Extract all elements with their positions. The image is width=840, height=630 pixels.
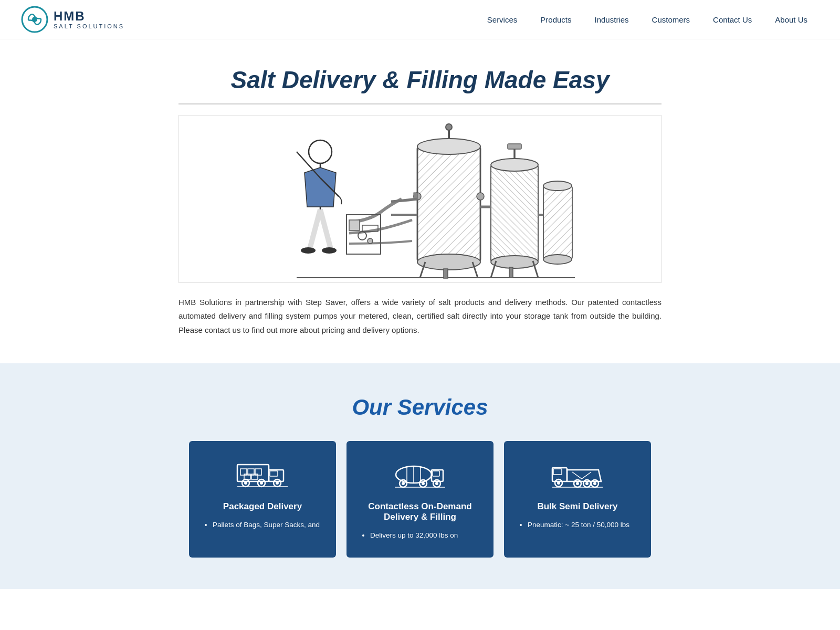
bulk-list-item-0: Pneumatic: ~ 25 ton / 50,000 lbs bbox=[528, 519, 638, 531]
main-nav: Services Products Industries Customers C… bbox=[476, 0, 819, 39]
contactless-delivery-icon bbox=[394, 459, 446, 491]
hero-section: Salt Delivery & Filling Made Easy bbox=[0, 39, 840, 363]
nav-products[interactable]: Products bbox=[529, 0, 583, 39]
svg-point-80 bbox=[593, 482, 596, 485]
svg-point-62 bbox=[402, 482, 405, 485]
svg-rect-38 bbox=[444, 269, 448, 278]
svg-point-34 bbox=[543, 255, 572, 264]
svg-point-78 bbox=[585, 482, 589, 485]
page-title: Salt Delivery & Filling Made Easy bbox=[178, 66, 662, 94]
nav-contact[interactable]: Contact Us bbox=[701, 0, 763, 39]
bulk-delivery-icon bbox=[551, 459, 604, 491]
svg-rect-60 bbox=[433, 471, 439, 476]
svg-rect-72 bbox=[553, 469, 562, 475]
logo-hmb: HMB bbox=[54, 9, 124, 23]
svg-rect-13 bbox=[349, 220, 360, 230]
svg-point-64 bbox=[422, 482, 425, 485]
svg-point-51 bbox=[276, 481, 279, 485]
contactless-list-item-0: Delivers up to 32,000 lbs on bbox=[370, 530, 480, 541]
hero-illustration bbox=[179, 116, 661, 282]
illustration-svg bbox=[265, 118, 575, 280]
svg-point-26 bbox=[491, 159, 538, 171]
svg-point-47 bbox=[244, 481, 247, 485]
packaged-delivery-icon bbox=[236, 459, 289, 491]
services-section: Our Services bbox=[0, 363, 840, 590]
svg-line-8 bbox=[310, 209, 320, 249]
svg-point-16 bbox=[368, 238, 373, 244]
svg-point-19 bbox=[417, 139, 480, 154]
svg-point-11 bbox=[322, 247, 337, 254]
svg-point-27 bbox=[491, 256, 538, 268]
svg-rect-29 bbox=[508, 144, 521, 149]
packaged-list-item-0: Pallets of Bags, Super Sacks, and bbox=[213, 519, 323, 531]
svg-rect-39 bbox=[509, 267, 513, 278]
svg-point-24 bbox=[446, 124, 452, 130]
bulk-delivery-list: Pneumatic: ~ 25 ton / 50,000 lbs bbox=[517, 519, 638, 532]
services-cards: Packaged Delivery Pallets of Bags, Super… bbox=[168, 441, 672, 558]
svg-point-74 bbox=[557, 481, 560, 485]
contactless-delivery-title: Contactless On-Demand Delivery & Filling bbox=[360, 501, 480, 522]
logo-text: HMB SALT SOLUTIONS bbox=[54, 9, 124, 29]
svg-line-9 bbox=[320, 209, 331, 249]
svg-point-66 bbox=[435, 482, 438, 485]
service-card-contactless: Contactless On-Demand Delivery & Filling… bbox=[346, 441, 494, 558]
contactless-delivery-list: Delivers up to 32,000 lbs on bbox=[360, 530, 480, 542]
logo-icon bbox=[21, 6, 48, 33]
bulk-delivery-title: Bulk Semi Delivery bbox=[537, 501, 617, 512]
svg-rect-25 bbox=[491, 165, 538, 262]
svg-point-49 bbox=[260, 481, 263, 485]
nav-customers[interactable]: Customers bbox=[640, 0, 702, 39]
title-divider bbox=[178, 103, 662, 104]
svg-point-33 bbox=[543, 181, 572, 191]
packaged-delivery-title: Packaged Delivery bbox=[223, 501, 302, 512]
logo-sub: SALT SOLUTIONS bbox=[54, 23, 124, 29]
services-title: Our Services bbox=[10, 395, 830, 420]
packaged-delivery-list: Pallets of Bags, Super Sacks, and bbox=[202, 519, 323, 532]
svg-rect-32 bbox=[543, 186, 572, 259]
site-header: HMB SALT SOLUTIONS Services Products Ind… bbox=[0, 0, 840, 39]
svg-rect-17 bbox=[417, 146, 480, 262]
nav-about[interactable]: About Us bbox=[763, 0, 819, 39]
svg-point-76 bbox=[576, 482, 579, 485]
nav-industries[interactable]: Industries bbox=[583, 0, 640, 39]
service-card-packaged: Packaged Delivery Pallets of Bags, Super… bbox=[189, 441, 336, 558]
service-card-bulk: Bulk Semi Delivery Pneumatic: ~ 25 ton /… bbox=[504, 441, 651, 558]
hero-image bbox=[178, 115, 662, 283]
svg-point-1 bbox=[32, 17, 37, 22]
svg-rect-45 bbox=[270, 471, 278, 476]
svg-point-41 bbox=[477, 193, 484, 200]
nav-services[interactable]: Services bbox=[476, 0, 529, 39]
logo[interactable]: HMB SALT SOLUTIONS bbox=[21, 6, 124, 33]
hero-description: HMB Solutions in partnership with Step S… bbox=[178, 296, 662, 337]
svg-point-10 bbox=[301, 247, 316, 254]
svg-point-4 bbox=[309, 140, 332, 163]
svg-rect-43 bbox=[237, 465, 269, 481]
svg-point-20 bbox=[417, 254, 480, 270]
